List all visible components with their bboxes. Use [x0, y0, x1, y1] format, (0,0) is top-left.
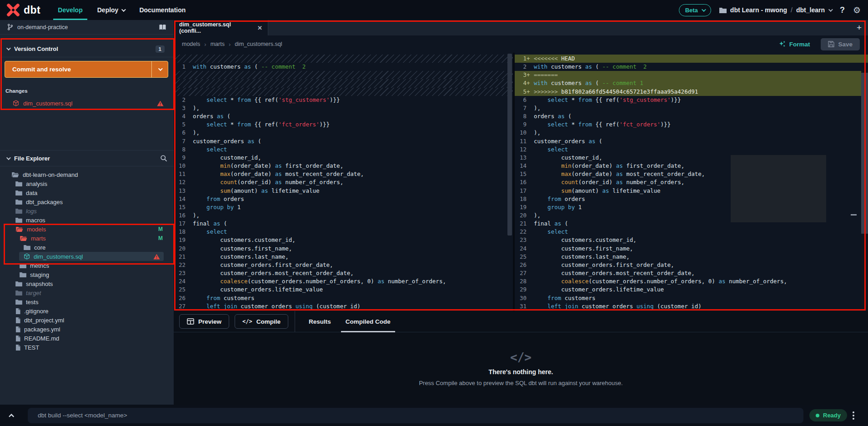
code-line[interactable]: 17final as ( — [174, 220, 513, 228]
code-line[interactable]: 11customer_orders as ( — [515, 137, 868, 145]
code-line[interactable]: 18 select — [174, 228, 513, 236]
tree-item-data[interactable]: data — [0, 188, 174, 197]
changed-file-row[interactable]: dim_customers.sql — [0, 97, 174, 109]
commit-options-dropdown[interactable] — [151, 61, 168, 77]
preview-button[interactable]: Preview — [179, 314, 229, 329]
tree-item-metrics[interactable]: metrics — [0, 261, 174, 270]
help-icon[interactable]: ? — [840, 5, 845, 15]
close-icon[interactable]: ✕ — [257, 25, 262, 31]
code-line[interactable]: 9 customer_id, — [174, 154, 513, 162]
code-line[interactable]: 7customer_orders as ( — [174, 137, 513, 145]
tree-item-core[interactable]: core — [0, 243, 174, 252]
code-line[interactable]: 1with customers as ( -- comment 2 — [174, 63, 513, 71]
code-line[interactable]: 24 customers.first_name, — [515, 245, 868, 253]
tab-results[interactable]: Results — [301, 311, 338, 332]
tree-item-marts[interactable]: martsM — [0, 234, 174, 243]
tree-item-snapshots[interactable]: snapshots — [0, 279, 174, 288]
code-line[interactable]: 6 select * from {{ ref('stg_customers')}… — [515, 96, 868, 104]
code-line[interactable]: 6), — [174, 129, 513, 137]
tree-item-analysis[interactable]: analysis — [0, 179, 174, 188]
code-line[interactable]: 10), — [515, 129, 868, 137]
breadcrumb-marts[interactable]: marts — [211, 41, 225, 47]
code-line[interactable]: 21 customers.last_name, — [174, 253, 513, 261]
code-line[interactable]: 8 select — [174, 145, 513, 154]
search-icon[interactable] — [160, 155, 167, 162]
code-line[interactable]: 13 sum(amount) as lifetime_value — [174, 187, 513, 195]
tree-item-test[interactable]: TEST — [0, 343, 174, 352]
code-line[interactable]: 4orders as ( — [174, 112, 513, 120]
tree-item-dbt-learn-on-demand[interactable]: dbt-learn-on-demand — [0, 170, 174, 179]
branch-selector[interactable]: dbt_learn — [796, 6, 825, 14]
save-button[interactable]: Save — [821, 38, 860, 50]
code-line[interactable]: 25 customer_orders.lifetime_value — [174, 286, 513, 294]
new-tab-button[interactable]: + — [850, 23, 868, 33]
code-line[interactable]: 29 customer_orders.lifetime_value — [515, 286, 868, 294]
tree-item-logs[interactable]: logs — [0, 206, 174, 216]
code-line[interactable]: 10 min(order_date) as first_order_date, — [174, 162, 513, 170]
code-line[interactable]: 2with customers as ( -- comment 2 — [515, 63, 868, 71]
project-name[interactable]: dbt Learn - mwong — [730, 6, 787, 14]
tree-item-dbt-project-yml[interactable]: dbt_project.yml — [0, 316, 174, 325]
code-line[interactable]: 16), — [174, 211, 513, 220]
tree-item-tests[interactable]: tests — [0, 297, 174, 306]
right-scrollbar-thumb[interactable] — [861, 73, 868, 234]
tab-dim-customers[interactable]: dim_customers.sql (confli... ✕ — [174, 20, 268, 35]
tree-item-models[interactable]: modelsM — [0, 225, 174, 234]
breadcrumb-models[interactable]: models — [182, 41, 200, 47]
dbt-logo[interactable]: dbt — [6, 3, 40, 17]
code-line[interactable]: 20 customers.first_name, — [174, 245, 513, 253]
nav-documentation[interactable]: Documentation — [139, 0, 186, 20]
code-line[interactable]: 4+with customers as ( -- comment 1 — [515, 79, 868, 87]
code-line[interactable]: 5+>>>>>>> b81f802a66fd544504c65721e3ffaa… — [515, 88, 868, 96]
code-line[interactable]: 9 select * from {{ ref('fct_orders')}} — [515, 120, 868, 129]
gear-icon[interactable]: ⚙ — [853, 5, 861, 15]
code-line[interactable]: 24 coalesce(customer_orders.number_of_or… — [174, 277, 513, 286]
tab-compiled-code[interactable]: Compiled Code — [338, 311, 398, 332]
current-branch-row[interactable]: on-demand-practice — [0, 20, 174, 35]
commit-and-resolve-button[interactable]: Commit and resolve — [5, 61, 168, 78]
code-line[interactable]: 3+======= — [515, 71, 868, 79]
file-explorer-header[interactable]: File Explorer — [0, 150, 174, 166]
format-button[interactable]: Format — [778, 40, 810, 48]
code-line[interactable]: 15 group by 1 — [174, 203, 513, 211]
code-line[interactable]: 27 left join customer_orders using (cust… — [174, 302, 513, 311]
code-line[interactable]: 11 max(order_date) as most_recent_order_… — [174, 170, 513, 178]
code-line[interactable]: 12 count(order_id) as number_of_orders, — [174, 178, 513, 186]
nav-develop[interactable]: Develop — [58, 0, 82, 20]
tree-item-macros[interactable]: macros — [0, 216, 174, 225]
code-line[interactable]: 5 select * from {{ ref('fct_orders')}} — [174, 120, 513, 129]
code-line[interactable]: 14 from orders — [174, 195, 513, 203]
code-line[interactable]: 8orders as ( — [515, 112, 868, 120]
tree-item-staging[interactable]: staging — [0, 270, 174, 279]
code-line[interactable]: 12 select — [515, 145, 868, 154]
code-line[interactable]: 31 left join customer_orders using (cust… — [515, 302, 868, 311]
code-line[interactable]: 19 customers.customer_id, — [174, 236, 513, 244]
code-line[interactable]: 23 customer_orders.most_recent_order_dat… — [174, 269, 513, 277]
code-line[interactable]: 22 customer_orders.first_order_date, — [174, 261, 513, 269]
docs-book-icon[interactable] — [159, 24, 166, 30]
kebab-menu-icon[interactable] — [853, 411, 854, 420]
code-line[interactable]: 23 customers.customer_id, — [515, 236, 868, 244]
expand-panel-chevron-icon[interactable] — [10, 411, 14, 420]
tree-item-dbt-packages[interactable]: dbt_packages — [0, 197, 174, 206]
code-line[interactable]: 28 coalesce(customer_orders.number_of_or… — [515, 277, 868, 286]
code-line[interactable]: 22 select — [515, 228, 868, 236]
tree-item-readme-md[interactable]: README.md — [0, 334, 174, 343]
code-line[interactable]: 30 from customers — [515, 294, 868, 302]
code-line[interactable]: 27 customer_orders.most_recent_order_dat… — [515, 269, 868, 277]
tree-item--gitignore[interactable]: .gitignore — [0, 306, 174, 316]
chevron-down-icon[interactable] — [828, 7, 833, 12]
tree-item-target[interactable]: target — [0, 288, 174, 297]
left-pane-scrollbar[interactable] — [507, 54, 512, 236]
compile-button[interactable]: </> Compile — [235, 314, 288, 329]
code-line[interactable]: 3), — [174, 104, 513, 112]
beta-dropdown[interactable]: Beta — [679, 4, 711, 16]
tree-item-packages-yml[interactable]: packages.yml — [0, 325, 174, 334]
code-line[interactable]: 26 customer_orders.first_order_date, — [515, 261, 868, 269]
code-line[interactable]: 25 customers.last_name, — [515, 253, 868, 261]
code-line[interactable]: 2 select * from {{ ref('stg_customers')}… — [174, 96, 513, 104]
code-line[interactable]: 26 from customers — [174, 294, 513, 302]
tree-item-dim-customers-sql[interactable]: dim_customers.sql — [19, 252, 164, 261]
command-input[interactable]: dbt build --select <model_name> — [28, 408, 803, 423]
code-line[interactable]: 1+<<<<<<< HEAD — [515, 55, 868, 63]
